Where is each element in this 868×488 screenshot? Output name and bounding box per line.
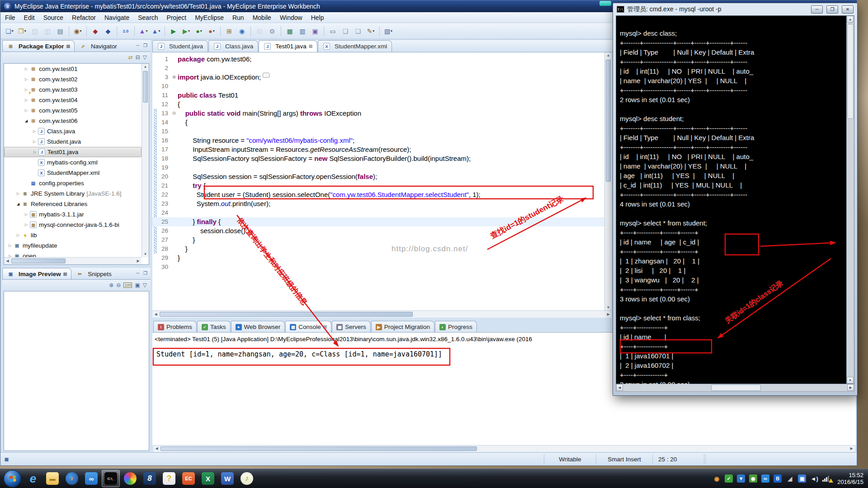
tree-item-mybatis-3-1-1-jar[interactable]: ▷▥mybatis-3.1.1.jar [4, 209, 142, 220]
pencil-button[interactable]: ✎▾ [365, 25, 377, 37]
tab-snippets[interactable]: ✂ Snippets [71, 268, 116, 279]
cmd-prompt-taskbar-button[interactable]: C:\_ [102, 470, 120, 487]
profile-button[interactable]: ●▾ [206, 25, 217, 37]
menu-item-search[interactable]: Search [138, 14, 158, 21]
expander-icon[interactable]: ▷ [23, 98, 29, 102]
view-tab-web-browser[interactable]: ●Web Browser [231, 321, 285, 333]
network-globe-icon[interactable]: ◉ [749, 474, 757, 483]
web-service-button[interactable]: ◉ [236, 25, 248, 37]
tab-image-preview[interactable]: ▣ Image Preview ⊠ [2, 268, 71, 279]
new-ejb-button[interactable]: ⊞ [223, 25, 235, 37]
expander-icon[interactable]: ▷ [23, 77, 29, 81]
internet-explorer-taskbar-button[interactable]: e [24, 470, 42, 487]
report-button[interactable]: ▦ [284, 25, 296, 37]
close-icon[interactable]: ⊠ [309, 44, 312, 49]
menu-item-source[interactable]: Source [43, 14, 63, 21]
minimize-button[interactable]: ─ [811, 5, 823, 14]
cmd-vscrollbar[interactable]: ▲ ▼ [846, 16, 854, 384]
expander-icon[interactable]: ▷ [23, 108, 29, 113]
close-icon[interactable]: ⊠ [63, 272, 67, 277]
word-taskbar-button[interactable]: W [218, 470, 236, 487]
code-editor[interactable]: 1package com.yw.test06;23⊕import java.io… [152, 52, 612, 310]
panel-minmax-buttons[interactable]: ─ ❐ [136, 43, 149, 48]
wizard-blue-button[interactable]: ▲▾ [150, 25, 162, 37]
media-palette-taskbar-button[interactable] [121, 470, 139, 487]
baidu-tray-icon[interactable]: ∞ [761, 474, 769, 483]
color-palette-icon[interactable]: ◉ [712, 474, 721, 483]
phone-assistant-icon[interactable]: ✓ [725, 474, 733, 483]
j2ee-button[interactable]: 2.0 [120, 25, 132, 37]
tree-item-config-properties[interactable]: ▤config.properties [4, 178, 142, 188]
menu-item-myeclipse[interactable]: MyEclipse [195, 14, 224, 21]
expander-icon[interactable]: ▷ [31, 129, 38, 133]
baidu-pan-taskbar-button[interactable]: ∞ [82, 470, 100, 487]
java-cup-button[interactable]: ◉▾ [72, 25, 84, 37]
deploy-red-button[interactable]: ◆ [90, 25, 101, 37]
tree-item-myfileupdate[interactable]: ▷▣myfileupdate [4, 240, 142, 251]
wizard-purple-button[interactable]: ▲▾ [137, 25, 149, 37]
taskbar-clock[interactable]: 15:52 2016/6/15 [837, 472, 863, 485]
expander-icon[interactable]: ▷ [23, 212, 29, 216]
expander-icon[interactable]: ▷ [23, 223, 29, 227]
menu-item-navigate[interactable]: Navigate [104, 14, 129, 21]
view-tab-problems[interactable]: !Problems [153, 321, 197, 333]
fastview-icon[interactable]: ▣ [3, 456, 10, 463]
view-tab-servers[interactable]: ▦Servers [332, 321, 371, 333]
menu-icon[interactable]: ▽ [143, 282, 147, 288]
file-explorer-taskbar-button[interactable]: ▬ [43, 470, 61, 487]
tree-hscrollbar[interactable]: ◀ ▶ [4, 257, 142, 264]
menu-item-help[interactable]: Help [311, 14, 324, 21]
close-icon[interactable]: ⊠ [66, 44, 70, 49]
volume-icon[interactable]: ◄) [810, 474, 818, 483]
tree-item-test01-java[interactable]: ▷JTest01.java [4, 147, 142, 157]
close-icon[interactable]: ⊠ [323, 324, 327, 329]
tree-item-mysql-connector-java-5-1-6-bi[interactable]: ▷▥mysql-connector-java-5.1.6-bi [4, 220, 142, 230]
help-doc-taskbar-button[interactable]: ? [160, 470, 178, 487]
zoom-in-icon[interactable]: ⊕ [109, 282, 113, 288]
console-hscrollbar[interactable]: ◀ ▶ [153, 445, 855, 452]
zoom-out-icon[interactable]: ⊖ [116, 282, 121, 288]
save-all-button[interactable]: ◫ [42, 25, 53, 37]
menu-item-file[interactable]: File [5, 14, 15, 21]
run-tool-button[interactable]: ▶ [168, 25, 179, 37]
tree-item-com-yw-test04[interactable]: ▷⊞com.yw.test04 [4, 95, 142, 105]
open-type-button[interactable]: ⊡ [254, 25, 265, 37]
expander-icon[interactable]: ▷ [32, 150, 38, 154]
fold-toggle-icon[interactable]: ⊖ [170, 109, 178, 118]
doc-a-button[interactable]: ❏ [340, 25, 351, 37]
new-project-button[interactable]: ❐▾ [16, 25, 28, 37]
bluetooth-icon[interactable]: B [774, 474, 782, 483]
expander-icon[interactable]: ▷ [7, 244, 13, 248]
tree-item-com-yw-test05[interactable]: ▷⊞com.yw.test05 [4, 105, 142, 116]
tree-item-jre-system-library[interactable]: ▷≣JRE System Library[JavaSE-1.6] [4, 188, 142, 199]
usb-eject-icon[interactable]: ◢ [786, 474, 794, 483]
tree-item-mybatis-config-xml[interactable]: Xmybatis-config.xml [4, 157, 142, 168]
network-signal-icon[interactable] [822, 475, 831, 482]
menu-item-refactor[interactable]: Refactor [72, 14, 96, 21]
tree-item-com-yw-test03[interactable]: ▷⊞▲com.yw.test03 [4, 84, 142, 95]
maximize-button[interactable]: ❐ [826, 5, 838, 14]
view-tab-tasks[interactable]: ✓Tasks [197, 321, 231, 333]
tree-item-com-yw-test02[interactable]: ▷⊞com.yw.test02 [4, 74, 142, 84]
fold-toggle-icon[interactable]: ⊕ [170, 73, 178, 82]
editor-tab-student-java[interactable]: JStudent.java [152, 40, 208, 52]
music-player-taskbar-button[interactable]: ♪ [238, 470, 256, 487]
cmd-hscrollbar[interactable]: ◀ ▶ [616, 384, 854, 392]
tree-item-com-yw-test06[interactable]: ◢⊞com.yw.test06 [4, 116, 142, 126]
expander-icon[interactable]: ▷ [31, 140, 38, 144]
search-button[interactable]: ⊙ [266, 25, 278, 37]
menu-item-mobile[interactable]: Mobile [253, 14, 271, 21]
debug-button[interactable]: ▶▾ [180, 25, 192, 37]
expander-icon[interactable]: ◢ [23, 119, 29, 123]
tree-item-com-yw-test01[interactable]: ▷⊞com.yw.test01 [4, 64, 142, 74]
fit-window-icon[interactable]: ▣ [135, 282, 140, 288]
excel-taskbar-button[interactable]: X [199, 470, 217, 487]
view-tab-project-migration[interactable]: ▶Project Migration [371, 321, 434, 333]
keyboard-button[interactable]: ▭ [327, 25, 339, 37]
tree-item-student-java[interactable]: ▷JStudent.java [4, 136, 142, 147]
editor-tab-studentmapper-xml[interactable]: XStudentMapper.xml [318, 40, 392, 52]
editor-vscrollbar[interactable]: ▲ ▼ [604, 52, 612, 310]
panel-minmax-buttons[interactable]: ─ ❐ [136, 271, 149, 276]
close-button[interactable]: ✕ [842, 5, 854, 14]
menu-item-run[interactable]: Run [232, 14, 244, 21]
